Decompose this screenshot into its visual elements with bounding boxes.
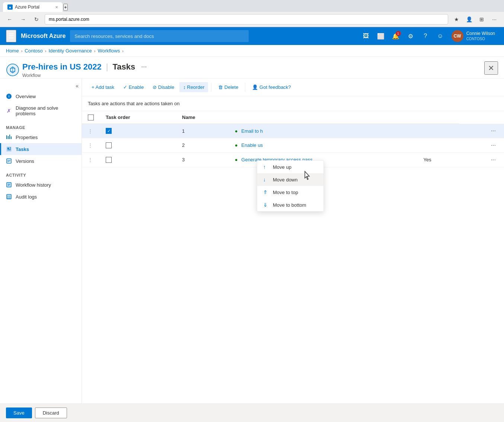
notifications-icon[interactable]: 🔔 1 xyxy=(389,29,402,43)
row-2-status-icon: ● xyxy=(235,142,238,148)
table-row[interactable]: ⋮ 2 ● Enable us ··· xyxy=(82,138,504,152)
feedback-button[interactable]: 👤 Got feedback? xyxy=(248,82,294,92)
select-all-checkbox[interactable] xyxy=(88,115,94,120)
row-3-checkbox[interactable] xyxy=(106,157,112,163)
add-task-button[interactable]: + Add task xyxy=(88,82,118,92)
tab-favicon: ▲ xyxy=(7,4,13,10)
browser-nav: ← → ↻ ★ 👤 ⊞ ··· xyxy=(0,12,504,27)
help-icon[interactable]: ? xyxy=(419,29,432,43)
drag-handle[interactable]: ⋮ xyxy=(82,138,100,152)
enable-button[interactable]: ✓ Enable xyxy=(119,82,147,92)
breadcrumb-sep-3: › xyxy=(94,49,96,53)
svg-rect-4 xyxy=(6,135,7,139)
sidebar-item-workflow-history[interactable]: Workflow history xyxy=(0,179,82,191)
sidebar-item-diagnose[interactable]: ✗ Diagnose and solve problems xyxy=(0,102,82,119)
more-options-icon[interactable]: ··· xyxy=(489,14,500,25)
breadcrumb-identity-governance[interactable]: Identity Governance xyxy=(48,48,92,54)
sidebar-label-tasks: Tasks xyxy=(16,146,29,152)
gear-settings-icon[interactable]: ⚙ xyxy=(404,29,417,43)
versions-icon xyxy=(6,158,12,164)
breadcrumb-workflows[interactable]: Workflows xyxy=(98,48,120,54)
tab-close-button[interactable]: ✕ xyxy=(55,5,58,9)
svg-rect-9 xyxy=(7,148,9,149)
row-checkbox-cell xyxy=(100,138,176,152)
sidebar-label-overview: Overview xyxy=(16,94,36,99)
row-1-order: 1 xyxy=(176,124,229,138)
sidebar-item-audit-logs[interactable]: Audit logs xyxy=(0,191,82,203)
new-tab-button[interactable]: + xyxy=(63,4,68,11)
collapse-icon[interactable]: « xyxy=(76,83,79,89)
context-menu-item-move-to-bottom[interactable]: ⇓ Move to bottom xyxy=(257,199,323,211)
move-down-icon: ↓ xyxy=(263,177,269,183)
row-2-checkbox[interactable] xyxy=(106,142,112,148)
row-1-extra xyxy=(418,124,459,138)
row-3-more-button[interactable]: ··· xyxy=(489,156,498,164)
sidebar-item-overview[interactable]: i Overview xyxy=(0,90,82,102)
row-3-status-icon: ● xyxy=(235,157,238,162)
row-2-name-link[interactable]: Enable us xyxy=(241,142,263,148)
svg-rect-5 xyxy=(8,136,9,139)
sidebar-item-properties[interactable]: Properties xyxy=(0,131,82,143)
audit-logs-icon xyxy=(6,194,12,200)
favorites-icon[interactable]: ★ xyxy=(451,14,462,25)
move-up-icon: ↑ xyxy=(263,164,269,170)
drag-handle[interactable]: ⋮ xyxy=(82,152,100,167)
col-task-order[interactable]: Task order xyxy=(100,111,176,124)
user-section[interactable]: CW Connie Wilson CONTOSO xyxy=(449,29,498,44)
reorder-button[interactable]: ↕ Reorder xyxy=(179,82,208,92)
col-actions xyxy=(418,111,459,124)
breadcrumb-home[interactable]: Home xyxy=(6,48,19,54)
sidebar-item-versions[interactable]: Versions xyxy=(0,155,82,167)
col-name[interactable]: Name xyxy=(176,111,229,124)
page-title: Pre-hires in US 2022 xyxy=(22,62,102,72)
address-bar[interactable] xyxy=(45,14,448,25)
diagnose-icon: ✗ xyxy=(6,108,12,114)
search-input[interactable] xyxy=(70,30,249,42)
disable-button[interactable]: ⊘ Disable xyxy=(149,82,178,92)
page-more-button[interactable]: ··· xyxy=(140,61,148,72)
active-tab[interactable]: ▲ Azure Portal ✕ xyxy=(3,2,63,12)
row-3-actions: ··· xyxy=(459,152,504,167)
portal-settings-icon[interactable]: ⬜ xyxy=(374,29,387,43)
row-1-name-link[interactable]: Email to h xyxy=(241,128,263,134)
move-to-top-icon: ⇑ xyxy=(263,189,269,195)
tab-bar: ▲ Azure Portal ✕ + xyxy=(0,0,504,12)
delete-button[interactable]: 🗑 Delete xyxy=(214,82,242,92)
context-menu-item-move-up[interactable]: ↑ Move up xyxy=(257,161,323,173)
row-2-more-button[interactable]: ··· xyxy=(489,141,498,149)
back-button[interactable]: ← xyxy=(4,14,15,25)
breadcrumb-contoso[interactable]: Contoso xyxy=(25,48,42,54)
row-1-actions: ··· xyxy=(459,124,504,138)
sidebar-collapse-button[interactable]: « xyxy=(0,81,82,90)
user-info: Connie Wilson CONTOSO xyxy=(466,31,495,42)
table-row[interactable]: ⋮ ✓ 1 ● Email to h ··· xyxy=(82,124,504,138)
drag-handle[interactable]: ⋮ xyxy=(82,124,100,138)
toolbar-separator-1 xyxy=(211,83,211,92)
extensions-icon[interactable]: ⊞ xyxy=(476,14,487,25)
forward-button[interactable]: → xyxy=(18,14,28,25)
feedback-icon[interactable]: ☺ xyxy=(434,29,447,43)
activity-section-header: Activity xyxy=(0,167,82,179)
close-button[interactable]: ✕ xyxy=(484,61,498,75)
main-layout: « i Overview ✗ Diagnose and solve proble… xyxy=(0,78,504,404)
cloud-shell-icon[interactable]: 🖼 xyxy=(359,29,373,43)
row-1-more-button[interactable]: ··· xyxy=(489,127,498,135)
notification-badge: 1 xyxy=(396,31,401,36)
sidebar-label-workflow-history: Workflow history xyxy=(16,182,51,188)
refresh-button[interactable]: ↻ xyxy=(31,14,42,25)
toolbar-separator-2 xyxy=(245,83,245,92)
row-checkbox-cell: ✓ xyxy=(100,124,176,138)
page-title-block: Pre-hires in US 2022 | Tasks ··· Workflo… xyxy=(22,61,148,78)
page-header-content: Pre-hires in US 2022 | Tasks ··· Workflo… xyxy=(6,61,484,78)
row-3-extra: Yes xyxy=(418,152,459,167)
sidebar: « i Overview ✗ Diagnose and solve proble… xyxy=(0,78,82,404)
breadcrumb-sep-2: › xyxy=(45,49,47,53)
context-menu-item-move-down[interactable]: ↓ Move down xyxy=(257,173,323,186)
row-1-checkbox[interactable]: ✓ xyxy=(106,128,112,134)
hamburger-menu-button[interactable]: ☰ xyxy=(6,30,16,42)
context-menu-item-move-to-top[interactable]: ⇑ Move to top xyxy=(257,186,323,199)
svg-point-26 xyxy=(7,197,8,197)
profiles-icon[interactable]: 👤 xyxy=(464,14,474,25)
sidebar-item-tasks[interactable]: Tasks xyxy=(0,143,82,155)
move-up-label: Move up xyxy=(273,164,291,170)
